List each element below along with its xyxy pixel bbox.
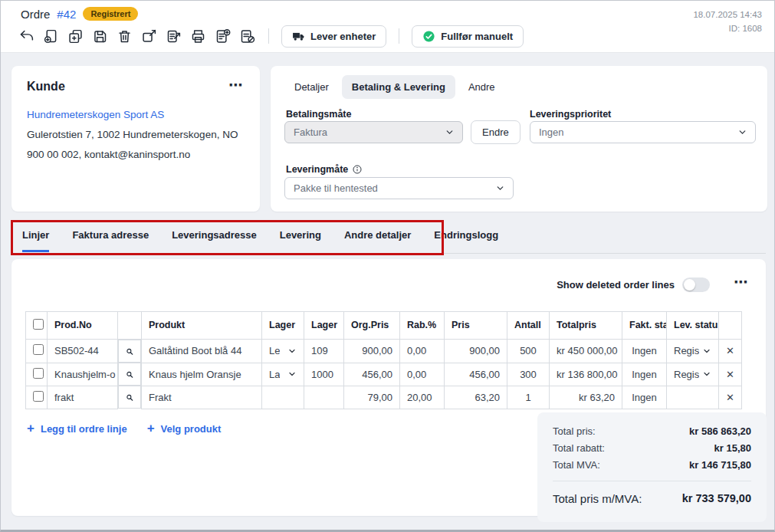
cell-org-price[interactable]: 456,00: [344, 363, 400, 386]
order-list-export-icon[interactable]: [165, 28, 182, 45]
customer-address: Gulerotstien 7, 1002 Hundremeterskogen, …: [27, 129, 245, 140]
duplicate-order-icon[interactable]: [67, 28, 84, 45]
delivery-status-value: Registrert: [674, 345, 699, 356]
row-checkbox[interactable]: [33, 391, 44, 402]
section-tabs: Linjer Faktura adresse Leveringsadresse …: [11, 222, 766, 255]
remove-line-button[interactable]: ✕: [719, 363, 742, 386]
tab-endringslogg[interactable]: Endringslogg: [434, 229, 498, 252]
tab-levering[interactable]: Levering: [280, 229, 321, 252]
undo-icon[interactable]: [18, 28, 35, 45]
total-vat-value: kr 146 715,80: [689, 459, 751, 471]
tab-andre[interactable]: Andre: [458, 75, 505, 99]
warehouse-value: La: [269, 369, 280, 380]
cell-discount[interactable]: 0,00: [400, 363, 445, 386]
col-quantity: Antall: [507, 312, 550, 340]
change-payment-button[interactable]: Endre: [471, 120, 520, 144]
add-order-line-label: Legg til ordre linje: [41, 423, 127, 435]
chevron-down-icon: [287, 346, 297, 356]
select-product-button[interactable]: +Velg produkt: [147, 421, 222, 436]
total-vat-row: Total MVA: kr 146 715,80: [553, 459, 751, 471]
delivery-method-label: Leveringmåte: [286, 164, 363, 177]
order-number-link[interactable]: #42: [57, 8, 76, 21]
tab-leveringsadresse[interactable]: Leveringsadresse: [172, 229, 257, 252]
select-all-checkbox[interactable]: [33, 319, 44, 330]
create-invoice-icon[interactable]: [214, 28, 232, 45]
cell-quantity[interactable]: 1: [507, 386, 550, 409]
delivery-status-select[interactable]: Registrert: [667, 340, 719, 363]
total-vat-label: Total MVA:: [553, 459, 600, 471]
product-search-icon[interactable]: [118, 363, 141, 386]
cell-discount[interactable]: 0,00: [400, 340, 445, 363]
select-all-cell: [26, 312, 48, 340]
tab-betaling-levering[interactable]: Betaling & Levering: [342, 75, 455, 99]
grand-total-label: Total pris m/MVA:: [553, 492, 642, 505]
section-tab-row: Linjer Faktura adresse Leveringsadresse …: [11, 222, 766, 252]
delivery-priority-select[interactable]: Ingen: [530, 121, 756, 143]
cell-quantity[interactable]: 500: [507, 340, 550, 363]
row-checkbox-cell: [26, 386, 48, 409]
col-remove: [719, 312, 742, 340]
cell-org-price[interactable]: 900,00: [344, 340, 400, 363]
remove-line-button[interactable]: ✕: [719, 340, 742, 363]
customer-name-link[interactable]: Hundremeterskogen Sport AS: [27, 109, 245, 120]
delivery-priority-value: Ingen: [539, 126, 564, 138]
cell-org-price[interactable]: 79,00: [344, 386, 400, 409]
complete-manually-button[interactable]: Fullfør manuelt: [412, 25, 524, 48]
row-checkbox-cell: [26, 340, 48, 363]
cell-product[interactable]: Frakt: [142, 386, 262, 409]
cell-total-price: kr 63,20: [550, 386, 622, 409]
tab-faktura-adresse[interactable]: Faktura adresse: [72, 229, 149, 252]
cell-price[interactable]: 63,20: [445, 386, 507, 409]
chevron-down-icon: [737, 127, 747, 137]
save-icon[interactable]: [91, 28, 109, 45]
tab-linjer[interactable]: Linjer: [22, 229, 49, 252]
lines-more-options-icon[interactable]: ⋯: [734, 274, 748, 291]
cell-prod-no[interactable]: frakt: [48, 386, 118, 409]
print-icon[interactable]: [189, 28, 207, 45]
delete-icon[interactable]: [116, 28, 133, 45]
total-discount-row: Total rabatt: kr 15,80: [553, 442, 751, 454]
tab-andre-detaljer[interactable]: Andre detaljer: [344, 229, 411, 252]
delivery-status-select[interactable]: Registrert: [667, 363, 719, 386]
deliver-units-button[interactable]: Lever enheter: [281, 25, 386, 48]
cell-discount[interactable]: 20,00: [400, 386, 445, 409]
tab-detaljer[interactable]: Detaljer: [284, 75, 339, 99]
product-search-icon[interactable]: [118, 340, 141, 363]
cell-prod-no[interactable]: Knaushjelm-o: [48, 363, 118, 386]
total-price-value: kr 586 863,20: [689, 425, 751, 437]
table-row: frakt Frakt 79,00 20,00 63,20 1 kr 63,20…: [26, 386, 742, 409]
row-checkbox[interactable]: [33, 368, 44, 379]
product-search-icon[interactable]: [118, 386, 141, 409]
customer-more-options-icon[interactable]: ⋯: [228, 77, 243, 94]
info-icon[interactable]: [352, 164, 363, 177]
new-order-icon[interactable]: [42, 28, 60, 45]
cell-quantity[interactable]: 300: [507, 363, 550, 386]
toggle-knob: [684, 279, 695, 291]
page-title: Ordre: [21, 8, 50, 21]
cell-product[interactable]: Knaus hjelm Oransje: [142, 363, 262, 386]
warehouse-select[interactable]: La: [262, 363, 304, 386]
col-price: Pris: [445, 312, 507, 340]
col-total-price: Totalpris: [550, 312, 622, 340]
check-circle-icon: [422, 30, 435, 43]
warehouse-select[interactable]: Le: [262, 340, 304, 363]
toolbar-divider: [268, 28, 269, 44]
row-checkbox[interactable]: [33, 344, 44, 355]
tab-baseline-divider: [11, 253, 766, 254]
cell-prod-no[interactable]: SB502-44: [48, 340, 118, 363]
delivery-method-select[interactable]: Pakke til hentested: [284, 177, 514, 199]
order-title-row: Ordre #42 Registrert: [21, 7, 138, 21]
col-product: Produkt: [142, 312, 262, 340]
cell-price[interactable]: 900,00: [445, 340, 507, 363]
col-invoice-status: Fakt. status: [622, 312, 667, 340]
add-order-line-button[interactable]: +Legg til ordre linje: [27, 421, 127, 436]
cell-product[interactable]: Galtåtind Boot blå 44: [142, 340, 262, 363]
cell-warehouse-empty: [262, 386, 304, 409]
payment-method-select[interactable]: Faktura: [284, 121, 463, 143]
cell-price[interactable]: 456,00: [445, 363, 507, 386]
cancel-invoice-icon[interactable]: [238, 28, 256, 45]
remove-line-button[interactable]: ✕: [719, 386, 742, 409]
show-deleted-toggle[interactable]: [682, 277, 710, 292]
order-header: Ordre #42 Registrert 18.07.2025 14:43 ID…: [1, 1, 774, 53]
send-order-icon[interactable]: [140, 28, 158, 45]
